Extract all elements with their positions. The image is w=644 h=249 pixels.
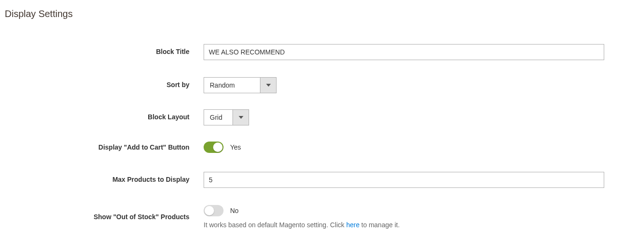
field-row-sort-by: Sort by Random [5,77,639,93]
label-block-layout: Block Layout [5,109,204,121]
out-of-stock-toggle[interactable] [204,205,224,216]
out-of-stock-hint: It works based on default Magento settin… [204,221,620,229]
caret-down-icon [239,116,243,119]
field-row-add-to-cart: Display "Add to Cart" Button Yes [5,142,639,153]
caret-down-icon [266,84,271,87]
toggle-knob [213,142,223,152]
field-row-max-products: Max Products to Display [5,172,639,188]
sort-by-dropdown-button[interactable] [260,78,276,93]
label-sort-by: Sort by [5,77,204,89]
add-to-cart-toggle[interactable] [204,142,224,153]
block-layout-select[interactable]: Grid [204,109,249,125]
sort-by-value: Random [204,78,260,93]
display-settings-form: Block Title Sort by Random Block Layout … [5,44,639,229]
label-out-of-stock: Show "Out of Stock" Products [5,213,204,221]
add-to-cart-toggle-text: Yes [230,143,241,151]
field-row-block-layout: Block Layout Grid [5,109,639,125]
field-row-out-of-stock: Show "Out of Stock" Products No It works… [5,205,639,229]
toggle-knob [205,206,214,215]
block-title-input[interactable] [204,44,604,60]
hint-link[interactable]: here [346,221,359,229]
field-row-block-title: Block Title [5,44,639,60]
label-max-products: Max Products to Display [5,172,204,183]
max-products-input[interactable] [204,172,604,188]
label-block-title: Block Title [5,44,204,55]
hint-text-post: to manage it. [359,221,400,229]
block-layout-value: Grid [204,110,233,125]
hint-text-pre: It works based on default Magento settin… [204,221,346,229]
block-layout-dropdown-button[interactable] [233,110,249,125]
sort-by-select[interactable]: Random [204,77,277,93]
label-add-to-cart: Display "Add to Cart" Button [5,143,204,151]
section-heading: Display Settings [5,9,639,19]
out-of-stock-toggle-text: No [230,207,239,214]
